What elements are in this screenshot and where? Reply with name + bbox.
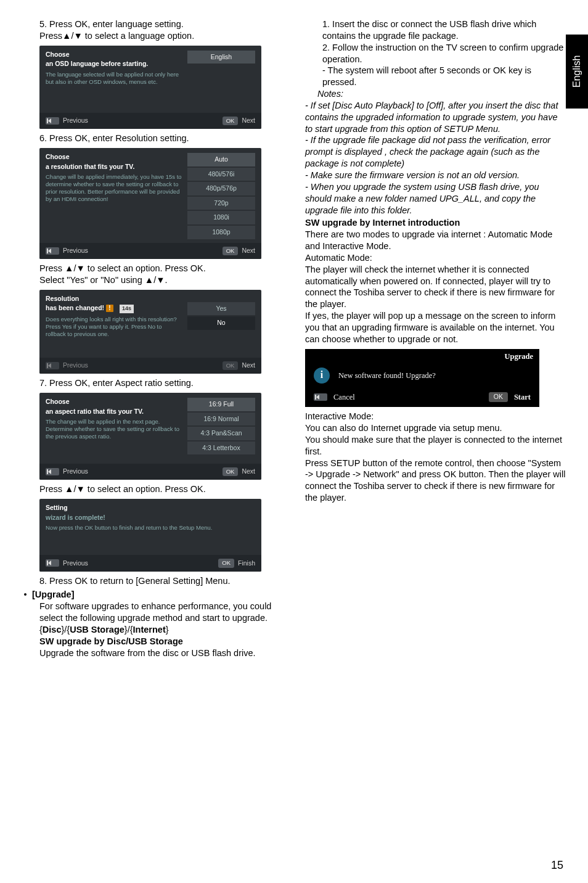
right-column: 1. Insert the disc or connect the USB fl… [305,18,566,659]
option-169full[interactable]: 16:9 Full [187,398,255,411]
upgrade-title: Upgrade [305,349,539,364]
upgrade-options: {Disc}/{USB Storage}/{Internet} [22,624,283,636]
inter-p3: Press SETUP button of the remote control… [305,458,566,504]
auto-head: Automatic Mode: [305,252,566,264]
prev-icon [314,393,327,401]
upgrade-bullet: • [Upgrade] [22,589,283,601]
step5-line1: 5. Press OK, enter language setting. [22,18,283,30]
next-button[interactable]: OKNext [223,247,255,255]
previous-button[interactable]: Previous [46,467,88,476]
option-yes[interactable]: Yes [187,302,255,316]
upgrade-p1: For software upgrades to enhance perform… [22,601,283,624]
page-content: 5. Press OK, enter language setting. Pre… [0,0,588,671]
auto-p2: If yes, the player will pop up a message… [305,310,566,345]
timer-badge: 14s [120,305,134,313]
option-no[interactable]: No [187,316,255,330]
sw-disc-p: Upgrade the software from the disc or US… [22,647,283,659]
prev-icon [46,559,59,567]
step5-line2: Press▲/▼ to select a language option. [22,30,283,42]
next-button[interactable]: OKNext [223,361,255,370]
option-720p[interactable]: 720p [187,197,255,210]
previous-button[interactable]: Previous [46,247,88,255]
title: Setting [46,504,250,512]
ok-pill: OK [223,117,239,125]
sw-net-p1: There are two modes to upgrade via inter… [305,229,566,252]
option-1080p[interactable]: 1080p [187,226,255,239]
next-button[interactable]: OKNext [223,117,255,125]
prev-icon [46,362,59,369]
aspect-ratio-screenshot: Choose an aspect ratio that fits your TV… [39,393,261,480]
title: Choose [46,153,182,162]
desc: Now press the OK button to finish and re… [46,524,250,532]
option-169normal[interactable]: 16:9 Normal [187,413,255,426]
upgrade-heading: [Upgrade] [32,589,74,599]
ok-pill: OK [223,361,239,370]
left-column: 5. Press OK, enter language setting. Pre… [22,18,283,659]
desc: Change will be applied immediately, you … [46,173,182,203]
title: Resolution [46,295,182,303]
note3: - Make sure the firmware version is not … [305,170,566,181]
r-p1: 1. Insert the disc or connect the USB fl… [305,18,566,42]
sw-disc-head: SW upgrade by Disc/USB Storage [22,636,283,647]
upgrade-dialog: Upgrade i New software found! Upgrade? C… [305,349,539,408]
notes-label: Notes: [305,88,566,100]
desc: The change will be applied in the next p… [46,418,182,440]
ok-pill: OK [223,247,239,255]
previous-button[interactable]: Previous [46,117,88,125]
auto-p: The player will check the internet wheth… [305,264,566,310]
warning-icon: ! [106,305,113,312]
ok-pill: OK [489,392,508,402]
option-english[interactable]: English [187,51,255,64]
subtitle: an OSD language before starting. [46,60,182,68]
step6-text2: Select "Yes" or "No" using ▲/▼. [22,274,283,286]
cancel-button[interactable]: Cancel [314,392,355,402]
subtitle: wizard is complete! [46,514,250,522]
resolution-confirm-screenshot: Resolution has been changed! !14s Does e… [39,290,261,374]
osd-language-screenshot: Choose an OSD language before starting. … [39,46,261,129]
ok-pill: OK [223,467,239,476]
title: Choose [46,51,182,59]
option-auto[interactable]: Auto [187,153,255,166]
inter-p1: You can also do Internet upgrade via set… [305,422,566,434]
title: Choose [46,398,182,406]
step7: 7. Press OK, enter Aspect ratio setting. [22,377,283,389]
previous-button[interactable]: Previous [46,361,88,370]
desc: The language selected will be applied no… [46,71,182,86]
next-button[interactable]: OKNext [223,467,255,476]
prev-icon [46,247,59,255]
interactive-head: Interactive Mode: [305,411,566,422]
start-button[interactable]: OK Start [489,392,531,402]
resolution-screenshot: Choose a resolution that fits your TV. C… [39,148,261,259]
sw-net-head: SW upgrade by Internet introduction [305,217,566,229]
option-480p[interactable]: 480p/576p [187,182,255,195]
upgrade-msg: New software found! Upgrade? [338,371,436,380]
note4: - When you upgrade the system using USB … [305,181,566,216]
subtitle: an aspect ratio that fits your TV. [46,408,182,416]
wizard-complete-screenshot: Setting wizard is complete! Now press th… [39,499,261,572]
inter-p2: You should make sure that the player is … [305,434,566,458]
r-p2: 2. Follow the instruction on the TV scre… [305,42,566,65]
option-1080i[interactable]: 1080i [187,211,255,224]
option-480i[interactable]: 480i/576i [187,168,255,181]
subtitle: a resolution that fits your TV. [46,163,182,171]
step6: 6. Press OK, enter Resolution setting. [22,133,283,144]
info-icon: i [314,368,330,384]
finish-button[interactable]: OKFinish [218,559,255,567]
prev-icon [46,117,59,125]
r-p3: - The system will reboot after 5 seconds… [305,65,566,88]
step8: 8. Press OK to return to [General Settin… [22,575,283,587]
page-number: 15 [551,859,563,872]
previous-button[interactable]: Previous [46,559,88,568]
option-43letter[interactable]: 4:3 Letterbox [187,442,255,455]
prev-icon [46,468,59,475]
ok-pill: OK [218,559,234,567]
step7b: Press ▲/▼ to select an option. Press OK. [22,483,283,495]
option-43pan[interactable]: 4:3 Pan&Scan [187,427,255,440]
note1: - If set [Disc Auto Playback] to [Off], … [305,100,566,135]
desc: Does everything looks all right with thi… [46,316,182,338]
language-tab: English [566,35,588,109]
subtitle: has been changed! !14s [46,304,182,313]
note2: - If the upgrade file package did not pa… [305,134,566,170]
step6-text1: Press ▲/▼ to select an option. Press OK. [22,263,283,274]
